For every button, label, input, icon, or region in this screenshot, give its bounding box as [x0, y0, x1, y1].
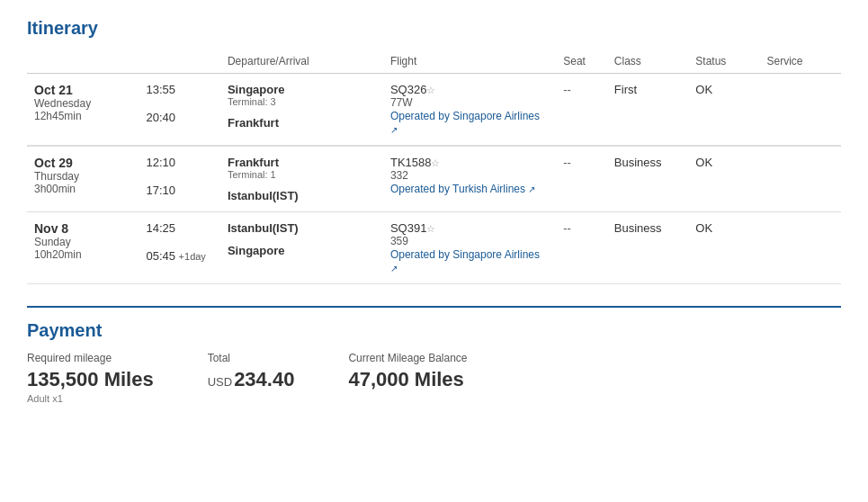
- col-header-seat: Seat: [556, 49, 607, 74]
- class-cell: First: [607, 74, 689, 146]
- seat-value: --: [563, 221, 571, 235]
- external-link-icon: ↗: [390, 125, 398, 135]
- dep-city: Singapore: [228, 83, 285, 96]
- date-weekday: Thursday: [34, 170, 131, 183]
- date-weekday: Sunday: [34, 236, 131, 248]
- flight-number: SQ391: [390, 221, 426, 235]
- aircraft: 332: [390, 169, 549, 182]
- col-header-status: Status: [688, 49, 759, 74]
- date-day: Nov 8: [34, 221, 131, 236]
- flight-number: TK1588: [390, 156, 432, 169]
- itinerary-title: Itinerary: [27, 18, 841, 39]
- total-amount: 234.40: [234, 368, 294, 390]
- arr-city: Frankfurt: [228, 116, 279, 130]
- balance-label: Current Mileage Balance: [348, 352, 467, 364]
- col-header-departure: Departure/Arrival: [220, 49, 383, 74]
- dep-time: 13:55: [146, 83, 213, 96]
- flight-number: SQ326: [390, 83, 426, 96]
- mileage-balance: Current Mileage Balance 47,000 Miles: [348, 352, 467, 391]
- operator-link[interactable]: Operated by Turkish Airlines ↗: [390, 183, 535, 195]
- flight-star: ☆: [426, 85, 435, 95]
- required-mileage: Required mileage 135,500 Miles Adult x1: [27, 352, 154, 404]
- class-cell: Business: [607, 147, 689, 212]
- seat-cell: --: [556, 212, 607, 284]
- status-value: OK: [695, 83, 712, 96]
- class-cell: Business: [607, 212, 689, 284]
- date-cell: Oct 29 Thursday 3h00min: [27, 147, 139, 212]
- time-cell: 14:25 05:45 +1day: [139, 212, 220, 284]
- operator-link[interactable]: Operated by Singapore Airlines ↗: [390, 248, 540, 274]
- date-day: Oct 21: [34, 83, 131, 97]
- dep-terminal: Terminal: 1: [228, 169, 376, 180]
- aircraft: 77W: [390, 96, 549, 109]
- seat-value: --: [563, 156, 571, 169]
- flight-cell: SQ326☆ 77W Operated by Singapore Airline…: [383, 74, 556, 146]
- dep-city: Istanbul(IST): [228, 221, 299, 235]
- date-duration: 12h45min: [34, 110, 131, 122]
- time-cell: 13:55 20:40: [139, 74, 220, 146]
- status-cell: OK: [688, 74, 759, 146]
- dep-time: 14:25: [146, 221, 213, 235]
- status-cell: OK: [688, 212, 759, 284]
- arr-time: 20:40: [146, 111, 213, 124]
- table-row: Nov 8 Sunday 10h20min 14:25 05:45 +1day …: [27, 212, 841, 284]
- status-cell: OK: [688, 147, 759, 212]
- payment-section: Payment Required mileage 135,500 Miles A…: [27, 306, 841, 404]
- table-row: Oct 21 Wednesday 12h45min 13:55 20:40 Si…: [27, 74, 841, 146]
- operator-link[interactable]: Operated by Singapore Airlines ↗: [390, 110, 540, 136]
- total-currency: USD: [208, 375, 232, 389]
- date-duration: 10h20min: [34, 248, 131, 261]
- itinerary-table: Departure/Arrival Flight Seat Class Stat…: [27, 49, 841, 284]
- flight-cell: SQ391☆ 359 Operated by Singapore Airline…: [383, 212, 556, 284]
- date-cell: Oct 21 Wednesday 12h45min: [27, 74, 139, 146]
- arr-city: Singapore: [228, 244, 285, 257]
- total-payment: Total USD234.40: [208, 352, 295, 391]
- external-link-icon: ↗: [528, 184, 535, 194]
- city-cell: Frankfurt Terminal: 1 Istanbul(IST): [220, 147, 383, 212]
- city-cell: Istanbul(IST) Singapore: [220, 212, 383, 284]
- total-value: USD234.40: [208, 368, 295, 391]
- seat-cell: --: [556, 74, 607, 146]
- service-cell: [760, 147, 842, 212]
- flight-star: ☆: [431, 157, 440, 168]
- seat-cell: --: [556, 147, 607, 212]
- service-cell: [760, 74, 842, 146]
- status-value: OK: [695, 156, 712, 169]
- payment-grid: Required mileage 135,500 Miles Adult x1 …: [27, 352, 841, 404]
- status-value: OK: [695, 221, 712, 235]
- col-header-class: Class: [607, 49, 689, 74]
- service-cell: [760, 212, 842, 284]
- plus-day: +1day: [179, 251, 206, 262]
- date-duration: 3h00min: [34, 183, 131, 195]
- seat-value: --: [563, 83, 571, 96]
- payment-title: Payment: [27, 320, 841, 341]
- total-label: Total: [208, 352, 295, 364]
- flight-cell: TK1588☆ 332 Operated by Turkish Airlines…: [383, 147, 556, 212]
- arr-time: 17:10: [146, 184, 213, 197]
- date-day: Oct 29: [34, 156, 131, 170]
- adult-text: Adult x1: [27, 393, 154, 404]
- dep-time: 12:10: [146, 156, 213, 169]
- col-header-date: [27, 49, 139, 74]
- dep-city: Frankfurt: [228, 156, 279, 169]
- flight-star: ☆: [426, 223, 435, 234]
- dep-terminal: Terminal: 3: [228, 96, 376, 107]
- col-header-time: [139, 49, 220, 74]
- balance-value: 47,000 Miles: [348, 368, 467, 391]
- date-weekday: Wednesday: [34, 97, 131, 110]
- mileage-value: 135,500 Miles: [27, 368, 154, 391]
- col-header-service: Service: [760, 49, 842, 74]
- arr-city: Istanbul(IST): [228, 189, 299, 202]
- col-header-flight: Flight: [383, 49, 556, 74]
- aircraft: 359: [390, 235, 549, 247]
- table-row: Oct 29 Thursday 3h00min 12:10 17:10 Fran…: [27, 147, 841, 212]
- arr-time: 05:45 +1day: [146, 249, 213, 263]
- time-cell: 12:10 17:10: [139, 147, 220, 212]
- mileage-label: Required mileage: [27, 352, 154, 364]
- external-link-icon: ↗: [390, 264, 398, 273]
- city-cell: Singapore Terminal: 3 Frankfurt: [220, 74, 383, 146]
- date-cell: Nov 8 Sunday 10h20min: [27, 212, 139, 284]
